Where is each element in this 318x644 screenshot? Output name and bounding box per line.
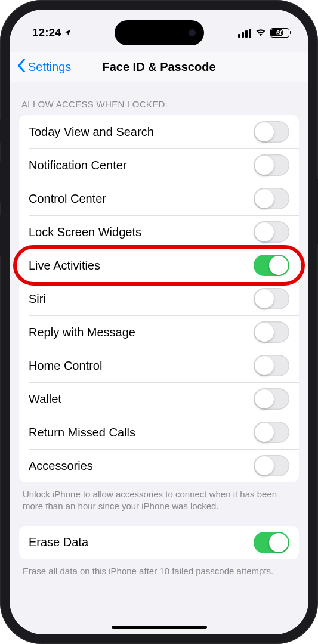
setting-row-notification-center: Notification Center [19, 148, 299, 182]
dynamic-island [115, 20, 204, 45]
toggle-knob [255, 423, 274, 442]
toggle-knob [255, 323, 274, 342]
erase-data-group: Erase Data [19, 526, 299, 559]
row-label: Live Activities [29, 259, 100, 273]
setting-row-return-missed-calls: Return Missed Calls [19, 416, 299, 449]
allow-access-group: Today View and SearchNotification Center… [19, 115, 299, 482]
toggle-knob [255, 189, 274, 208]
battery-level: 60 [271, 29, 289, 37]
phone-screen: 12:24 60 [10, 10, 308, 634]
row-label: Lock Screen Widgets [29, 225, 141, 239]
back-label: Settings [28, 60, 71, 74]
section-header-allow-access: ALLOW ACCESS WHEN LOCKED: [21, 99, 297, 109]
wifi-icon [255, 26, 267, 39]
chevron-left-icon [17, 59, 26, 75]
row-label: Siri [29, 292, 46, 306]
toggle-erase-data[interactable] [254, 532, 289, 553]
navigation-bar: Settings Face ID & Passcode [10, 52, 308, 82]
setting-row-lock-screen-widgets: Lock Screen Widgets [19, 215, 299, 249]
row-label: Reply with Message [29, 326, 135, 339]
toggle-notification-center[interactable] [254, 154, 289, 176]
location-icon [64, 28, 72, 38]
row-label: Wallet [29, 392, 61, 406]
cellular-signal-icon [238, 29, 251, 38]
setting-row-accessories: Accessories [19, 449, 299, 482]
toggle-reply-with-message[interactable] [254, 321, 289, 343]
toggle-knob [255, 289, 274, 308]
setting-row-home-control: Home Control [19, 349, 299, 382]
toggle-home-control[interactable] [254, 355, 289, 376]
setting-row-wallet: Wallet [19, 382, 299, 416]
status-time: 12:24 [32, 26, 61, 39]
toggle-wallet[interactable] [254, 388, 289, 410]
row-label: Today View and Search [29, 125, 154, 139]
setting-row-reply-with-message: Reply with Message [19, 315, 299, 349]
toggle-knob [255, 122, 274, 141]
row-label: Home Control [29, 359, 102, 373]
battery-icon: 60 [270, 28, 289, 38]
setting-row-today-view-and-search: Today View and Search [19, 115, 299, 148]
toggle-knob [255, 156, 274, 175]
toggle-knob [255, 222, 274, 242]
page-title: Face ID & Passcode [102, 60, 215, 74]
row-label: Erase Data [29, 535, 88, 549]
row-label: Return Missed Calls [29, 426, 135, 439]
volume-down-button [0, 215, 1, 256]
toggle-accessories[interactable] [254, 455, 289, 476]
setting-row-siri: Siri [19, 282, 299, 315]
toggle-knob [255, 389, 274, 408]
toggle-lock-screen-widgets[interactable] [254, 221, 289, 243]
home-indicator[interactable] [112, 626, 207, 629]
toggle-live-activities[interactable] [254, 255, 289, 276]
setting-row-erase-data: Erase Data [19, 526, 299, 559]
toggle-return-missed-calls[interactable] [254, 422, 289, 443]
toggle-knob [269, 533, 288, 552]
toggle-today-view-and-search[interactable] [254, 121, 289, 143]
toggle-knob [255, 356, 274, 375]
setting-row-live-activities: Live Activities [19, 249, 299, 282]
volume-up-button [0, 161, 1, 203]
row-label: Notification Center [29, 159, 127, 172]
ringer-switch [0, 119, 1, 143]
setting-row-control-center: Control Center [19, 182, 299, 215]
toggle-control-center[interactable] [254, 188, 289, 209]
row-label: Control Center [29, 192, 106, 206]
phone-frame: 12:24 60 [0, 0, 318, 644]
status-left: 12:24 [32, 26, 72, 39]
settings-content[interactable]: ALLOW ACCESS WHEN LOCKED: Today View and… [10, 82, 308, 634]
back-button[interactable]: Settings [17, 59, 71, 75]
toggle-knob [269, 256, 288, 275]
toggle-siri[interactable] [254, 288, 289, 309]
erase-data-footer: Erase all data on this iPhone after 10 f… [23, 565, 295, 577]
toggle-knob [255, 456, 274, 475]
allow-access-footer: Unlock iPhone to allow accessories to co… [23, 488, 295, 513]
row-label: Accessories [29, 459, 93, 473]
status-right: 60 [238, 26, 289, 39]
